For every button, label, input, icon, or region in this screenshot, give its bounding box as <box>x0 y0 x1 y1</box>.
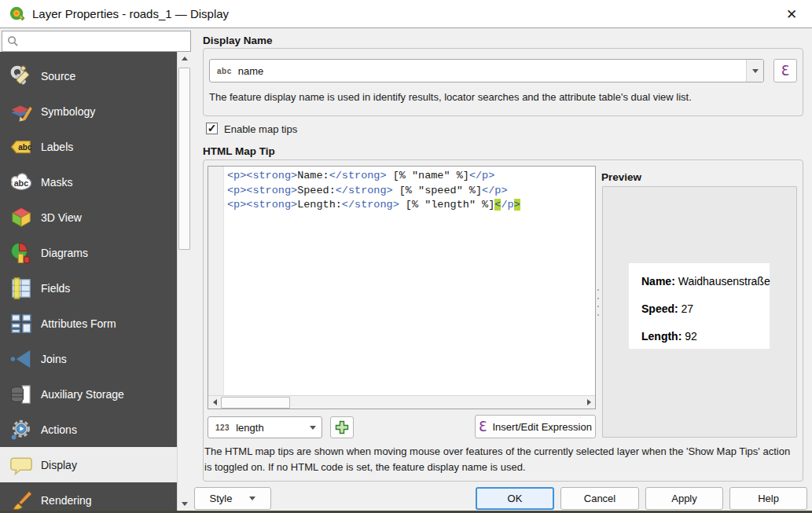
sidebar-item-label: Fields <box>41 282 70 295</box>
database-icon <box>9 383 33 406</box>
code-line: <p><strong>Length:</strong> [% "length" … <box>227 198 595 213</box>
symbology-brush-icon <box>9 100 33 123</box>
sidebar-item-label: Attributes Form <box>41 317 116 330</box>
speech-bubble-icon <box>9 453 33 477</box>
editor-margin <box>208 167 224 395</box>
insert-edit-expression-button[interactable]: Ɛ Insert/Edit Expression <box>475 415 596 438</box>
sidebar-item-labels[interactable]: abcLabels <box>0 129 177 164</box>
qgis-logo-icon <box>9 5 26 23</box>
sidebar-item-symbology[interactable]: Symbology <box>0 93 177 129</box>
sidebar-item-label: Source <box>41 70 75 82</box>
display-name-combo[interactable]: abc name <box>209 59 764 82</box>
preview-row: Speed: 27 <box>641 302 763 315</box>
epsilon-icon: Ɛ <box>479 420 487 434</box>
editor-horizontal-scrollbar[interactable] <box>208 395 595 409</box>
html-code-editor[interactable]: <p><strong>Name:</strong> [% "name" %]</… <box>208 166 596 409</box>
display-name-description: The feature display name is used in iden… <box>209 91 791 103</box>
preview-panel: Name: WaidhausenstraßeSpeed: 27Length: 9… <box>602 186 797 438</box>
preview-header: Preview <box>601 171 641 183</box>
sidebar-scrollbar-thumb[interactable] <box>178 68 190 250</box>
sidebar-item-label: 3D View <box>41 211 82 224</box>
field-type-number-badge: 123 <box>215 423 230 432</box>
sidebar-item-masks[interactable]: abcMasks <box>0 164 177 200</box>
apply-button[interactable]: Apply <box>645 487 723 510</box>
enable-map-tips-checkbox[interactable]: ✓ <box>206 123 218 134</box>
sidebar-item-source[interactable]: Source <box>0 58 177 93</box>
sidebar-item-attributes-form[interactable]: Attributes Form <box>0 306 177 341</box>
add-plus-icon <box>335 420 349 434</box>
properties-sidebar: SourceSymbologyabcLabelsabcMasks3D ViewD… <box>0 52 177 511</box>
ok-button-label: OK <box>508 493 523 504</box>
close-button[interactable]: ✕ <box>777 2 806 26</box>
close-icon: ✕ <box>786 6 797 23</box>
pie-chart-icon <box>9 241 33 265</box>
scroll-down-icon[interactable] <box>178 497 192 511</box>
cube-3d-icon <box>9 206 33 229</box>
svg-text:abc: abc <box>18 143 32 152</box>
rendering-brush-icon <box>9 489 33 511</box>
field-selector-value: length <box>236 422 263 434</box>
preview-row: Length: 92 <box>641 330 763 343</box>
chevron-down-icon <box>249 497 255 500</box>
html-map-tip-header: HTML Map Tip <box>203 145 275 157</box>
sidebar-item-diagrams[interactable]: Diagrams <box>0 235 177 270</box>
display-name-expression-button[interactable]: Ɛ <box>773 59 797 82</box>
sidebar-search-box[interactable] <box>2 31 191 52</box>
sidebar-item-rendering[interactable]: Rendering <box>0 482 177 511</box>
sidebar-item-label: Rendering <box>41 494 92 507</box>
sidebar-item-label: Auxiliary Storage <box>41 388 124 401</box>
joins-triangle-icon <box>9 347 33 371</box>
sidebar-item-display[interactable]: Display <box>0 447 177 482</box>
ok-button[interactable]: OK <box>476 487 554 510</box>
sidebar-item-label: Masks <box>41 176 72 189</box>
actions-gear-icon <box>9 418 33 442</box>
layer-properties-dialog: Layer Properties - roads_1 — Display ✕ S… <box>0 0 812 513</box>
preview-row: Name: Waidhausenstraße <box>641 275 763 288</box>
editor-code-area[interactable]: <p><strong>Name:</strong> [% "name" %]</… <box>224 167 595 395</box>
labels-tag-icon: abc <box>9 135 33 159</box>
style-menu-button[interactable]: Style <box>194 487 271 510</box>
sidebar-scrollbar[interactable] <box>177 52 191 511</box>
sidebar-item-label: Actions <box>41 423 77 436</box>
scroll-right-icon[interactable] <box>582 396 595 409</box>
insert-edit-expression-label: Insert/Edit Expression <box>493 421 592 433</box>
help-button[interactable]: Help <box>729 487 807 510</box>
sidebar-item-label: Labels <box>41 141 73 153</box>
sidebar-item-joins[interactable]: Joins <box>0 341 177 376</box>
search-input[interactable] <box>19 34 190 49</box>
help-button-label: Help <box>758 493 779 504</box>
epsilon-icon: Ɛ <box>781 64 789 78</box>
field-selector-combo[interactable]: 123 length <box>208 416 322 438</box>
code-line: <p><strong>Name:</strong> [% "name" %]</… <box>227 169 595 184</box>
title-bar: Layer Properties - roads_1 — Display ✕ <box>0 0 812 28</box>
masks-cloud-icon: abc <box>9 170 33 194</box>
sidebar-item-3d-view[interactable]: 3D View <box>0 200 177 235</box>
svg-text:abc: abc <box>14 178 29 188</box>
sidebar-item-auxiliary-storage[interactable]: Auxiliary Storage <box>0 376 177 412</box>
style-button-label: Style <box>210 493 233 504</box>
chevron-down-icon[interactable] <box>304 417 321 438</box>
insert-field-button[interactable] <box>330 416 354 438</box>
wrench-icon <box>9 64 33 88</box>
scroll-left-icon[interactable] <box>208 396 221 409</box>
checkmark-icon: ✓ <box>208 122 217 134</box>
editor-scrollbar-thumb[interactable] <box>221 397 290 409</box>
cancel-button-label: Cancel <box>584 493 615 504</box>
sidebar-item-label: Diagrams <box>41 247 88 259</box>
field-type-text-badge: abc <box>217 67 232 75</box>
splitter-handle[interactable] <box>597 289 600 316</box>
search-icon <box>7 35 19 47</box>
display-name-value: name <box>238 65 264 77</box>
sidebar-item-label: Symbology <box>41 105 95 118</box>
sidebar-item-label: Display <box>41 459 77 471</box>
cancel-button[interactable]: Cancel <box>560 487 639 510</box>
sidebar-item-actions[interactable]: Actions <box>0 412 177 447</box>
fields-table-icon <box>9 277 33 300</box>
display-name-header: Display Name <box>203 35 273 46</box>
chevron-down-icon[interactable] <box>746 60 763 82</box>
scroll-up-icon[interactable] <box>178 52 192 65</box>
sidebar-item-fields[interactable]: Fields <box>0 270 177 306</box>
enable-map-tips-label: Enable map tips <box>224 123 297 135</box>
map-tip-hint-text: The HTML map tips are shown when moving … <box>204 444 800 475</box>
sidebar-item-label: Joins <box>41 353 67 365</box>
